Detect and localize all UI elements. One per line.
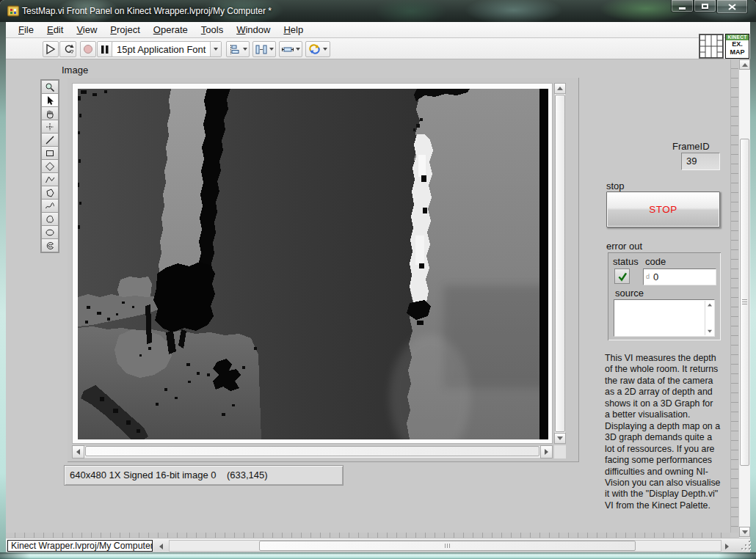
panel-hscrollbar[interactable] [169,540,722,552]
vi-icon-line2: MAP [726,48,749,56]
maximize-button[interactable] [694,0,716,12]
execution-target-label[interactable]: Kinect Wrapper.lvproj/My Computer [7,540,153,552]
close-button[interactable] [716,0,748,14]
diamond-icon [45,161,55,172]
panel-bottom-gutter [6,533,730,538]
freehand-line-icon [45,201,55,211]
font-selector-value: 15pt Application Font [112,44,210,55]
menu-operate[interactable]: Operate [147,23,195,37]
panel-vscrollbar[interactable] [738,59,750,538]
run-continuously-button[interactable] [59,41,76,57]
depth-map-image[interactable] [78,89,548,439]
panel-scroll-up-button[interactable] [739,59,750,70]
tool-rotated-rectangle[interactable] [41,159,59,173]
tool-point[interactable] [41,120,59,134]
panel-right-gutter [730,59,738,533]
stop-button-label: STOP [649,204,677,215]
tool-freehand-line[interactable] [41,199,59,213]
vi-icon[interactable]: KINECT EX. MAP [725,34,749,59]
distribute-objects-button[interactable] [252,41,276,57]
maximize-icon [702,4,708,9]
status-label: status [613,256,639,267]
image-viewport-border [72,83,553,444]
close-icon [728,4,736,10]
polygon-icon [45,188,55,198]
image-scroll-right-button[interactable] [540,445,553,458]
tool-line[interactable] [41,133,59,147]
reorder-objects-button[interactable] [305,41,330,57]
hscroll-right-icon[interactable] [725,544,729,549]
crosshair-icon [45,122,55,132]
font-selector-arrow[interactable] [210,42,221,56]
distribute-objects-icon [255,44,267,55]
tool-rectangle[interactable] [41,146,59,160]
tool-pan[interactable] [41,106,59,120]
window-title: TestMap.vi Front Panel on Kinect Wrapper… [22,6,272,16]
menu-file[interactable]: File [12,23,40,37]
oval-icon [45,227,55,238]
source-label: source [615,288,644,299]
annulus-icon [45,241,55,251]
run-button[interactable] [43,41,59,57]
rectangle-icon [45,148,55,158]
labview-window: TestMap.vi Front Panel on Kinect Wrapper… [0,0,756,559]
error-status-led [614,268,630,284]
menu-help[interactable]: Help [277,23,310,37]
code-label: code [645,256,666,267]
toolbar: 15pt Application Font [6,38,750,59]
app-icon [7,5,19,17]
source-scroll-down-icon[interactable] [708,330,712,333]
checkmark-icon [617,271,628,282]
tool-polyline[interactable] [41,172,59,186]
error-source-field[interactable] [614,299,715,337]
menu-view[interactable]: View [70,23,103,37]
image-scroll-up-button[interactable] [554,83,566,94]
error-code-value: 0 [653,271,658,282]
image-hscrollbar[interactable] [72,445,553,458]
menu-edit[interactable]: Edit [40,23,70,37]
connector-pane-icon[interactable] [699,34,724,59]
resize-objects-icon [282,44,294,55]
stop-button[interactable]: STOP [606,191,720,227]
abort-button[interactable] [80,41,96,57]
error-code-field[interactable]: d 0 [643,268,716,285]
image-scroll-down-button[interactable] [554,433,566,444]
menu-window[interactable]: Window [230,23,277,37]
align-objects-button[interactable] [226,41,250,57]
minimize-icon [679,7,686,10]
menu-tools[interactable]: Tools [195,23,230,37]
hscroll-left-icon[interactable] [159,544,163,549]
panel-vscroll-thumb[interactable] [740,139,749,466]
source-scrollbar [705,301,713,335]
bottom-bar: Kinect Wrapper.lvproj/My Computer [6,538,750,552]
tool-freehand-region[interactable] [41,212,59,226]
tool-annulus[interactable] [41,238,59,252]
cursor-icon [45,95,55,106]
stop-label: stop [606,180,625,191]
tool-oval[interactable] [41,225,59,239]
error-out-cluster: status code d 0 source [608,252,721,340]
image-vscroll-thumb[interactable] [555,95,565,432]
menu-project[interactable]: Project [103,23,146,37]
image-hscroll-thumb[interactable] [85,446,539,456]
radix-indicator[interactable]: d [646,273,650,280]
reorder-icon [308,43,321,55]
source-scroll-up-icon[interactable] [708,304,712,307]
image-vscrollbar[interactable] [554,83,566,444]
tool-zoom[interactable] [41,80,59,94]
resize-objects-button[interactable] [279,41,302,57]
tool-polygon[interactable] [41,186,59,200]
title-bar[interactable]: TestMap.vi Front Panel on Kinect Wrapper… [0,0,756,22]
window-resize-grip[interactable] [740,541,753,551]
tool-select[interactable] [41,93,59,107]
align-objects-icon [229,44,241,55]
pause-button[interactable] [97,41,113,57]
minimize-button[interactable] [671,0,694,12]
panel-hscroll-thumb[interactable] [259,541,636,551]
line-icon [45,135,55,145]
font-selector[interactable]: 15pt Application Font [112,41,222,57]
error-out-label: error out [606,241,642,252]
frameid-label: FrameID [672,141,710,152]
image-scroll-left-button[interactable] [72,445,84,458]
panel-scroll-down-button[interactable] [739,527,750,537]
